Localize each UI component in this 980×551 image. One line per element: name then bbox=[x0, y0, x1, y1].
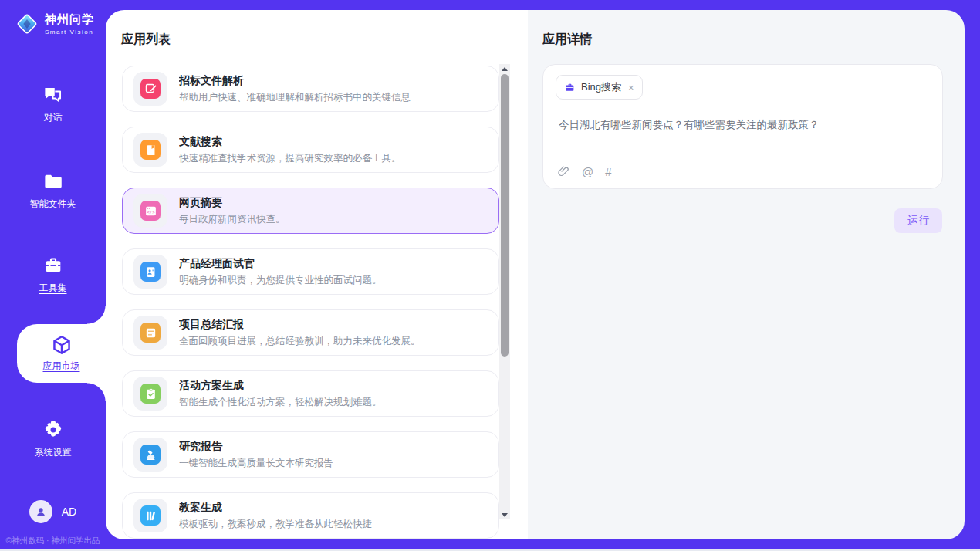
app-description: 模板驱动，教案秒成，教学准备从此轻松快捷 bbox=[179, 518, 372, 531]
avatar bbox=[29, 500, 52, 523]
app-card[interactable]: 活动方案生成 智能生成个性化活动方案，轻松解决规划难题。 bbox=[122, 370, 499, 417]
app-card[interactable]: 项目总结汇报 全面回顾项目进展，总结经验教训，助力未来优化发展。 bbox=[122, 309, 499, 356]
app-icon bbox=[133, 316, 167, 350]
app-icon bbox=[133, 438, 167, 472]
app-name: 招标文件解析 bbox=[179, 73, 411, 89]
app-description: 智能生成个性化活动方案，轻松解决规划难题。 bbox=[179, 396, 382, 409]
app-icon bbox=[133, 377, 167, 411]
sidebar-item-label: 智能文件夹 bbox=[30, 198, 76, 211]
sidebar-item-smart-folder[interactable]: 智能文件夹 bbox=[0, 171, 106, 211]
sidebar-item-toolbox[interactable]: 工具集 bbox=[0, 255, 106, 295]
cube-icon bbox=[51, 334, 73, 356]
sidebar-item-label: 工具集 bbox=[39, 282, 67, 295]
app-description: 一键智能生成高质量长文本研究报告 bbox=[179, 457, 333, 470]
tool-chip-bing-search[interactable]: Bing搜索 × bbox=[556, 75, 643, 100]
app-description: 每日政府新闻资讯快查。 bbox=[179, 213, 286, 226]
app-name: 项目总结汇报 bbox=[179, 317, 421, 333]
brand-subtitle: Smart Vision bbox=[45, 29, 94, 35]
toolbox-icon bbox=[42, 255, 64, 276]
folder-icon bbox=[42, 171, 63, 192]
tool-chip-label: Bing搜索 bbox=[581, 80, 621, 94]
web-code-icon: </> bbox=[140, 201, 161, 221]
app-card[interactable]: 研究报告 一键智能生成高质量长文本研究报告 bbox=[122, 431, 499, 478]
brand-logo-icon bbox=[15, 12, 39, 35]
active-bubble-notch-bottom bbox=[87, 383, 106, 401]
briefcase-icon bbox=[564, 82, 576, 93]
chat-icon bbox=[42, 85, 63, 106]
app-description: 全面回顾项目进展，总结经验教训，助力未来优化发展。 bbox=[179, 335, 421, 348]
app-list-title: 应用列表 bbox=[121, 32, 171, 48]
chip-close-icon[interactable]: × bbox=[628, 83, 634, 93]
app-name: 教案生成 bbox=[179, 500, 372, 516]
app-name: 产品经理面试官 bbox=[179, 256, 382, 272]
book-icon bbox=[140, 140, 161, 160]
sidebar-item-label: 应用市场 bbox=[43, 360, 80, 373]
sidebar-item-app-market[interactable]: 应用市场 bbox=[17, 324, 106, 383]
composer-toolbar: @ # bbox=[557, 165, 612, 178]
scrollbar[interactable] bbox=[499, 64, 510, 519]
app-name: 网页摘要 bbox=[179, 195, 286, 211]
gear-icon bbox=[42, 419, 64, 441]
sidebar-item-chat[interactable]: 对话 bbox=[0, 85, 106, 124]
app-icon bbox=[133, 255, 167, 289]
app-card[interactable]: 招标文件解析 帮助用户快速、准确地理解和解析招标书中的关键信息 bbox=[122, 66, 499, 112]
app-description: 明确身份和职责，为您提供专业性的面试问题。 bbox=[179, 274, 382, 287]
mention-icon[interactable]: @ bbox=[582, 166, 593, 177]
app-card-selected[interactable]: </> 网页摘要 每日政府新闻资讯快查。 bbox=[122, 188, 499, 234]
app-description: 帮助用户快速、准确地理解和解析招标书中的关键信息 bbox=[179, 91, 411, 104]
sidebar-item-label: 系统设置 bbox=[35, 446, 72, 459]
brand-name: 神州问学 bbox=[45, 12, 94, 27]
app-description: 快速精准查找学术资源，提高研究效率的必备工具。 bbox=[179, 152, 401, 165]
sidebar-item-label: 对话 bbox=[44, 111, 63, 124]
app-card[interactable]: 文献搜索 快速精准查找学术资源，提高研究效率的必备工具。 bbox=[122, 127, 499, 173]
attachment-icon[interactable] bbox=[557, 165, 570, 178]
microscope-icon bbox=[140, 445, 161, 465]
app-icon bbox=[133, 133, 167, 167]
sidebar: 神州问学 Smart Vision 对话 智能文件夹 工具集 应用市场 bbox=[0, 0, 106, 551]
app-card[interactable]: 产品经理面试官 明确身份和职责，为您提供专业性的面试问题。 bbox=[122, 248, 499, 295]
clipboard-check-icon bbox=[140, 384, 161, 404]
prompt-text[interactable]: 今日湖北有哪些新闻要点？有哪些需要关注的最新政策？ bbox=[559, 117, 927, 133]
pen-square-icon bbox=[140, 79, 161, 99]
content-frame: 应用列表 招标文件解析 帮助用户快速、准确地理解和解析招标书中的关键信息 bbox=[106, 10, 965, 539]
app-list-panel: 应用列表 招标文件解析 帮助用户快速、准确地理解和解析招标书中的关键信息 bbox=[106, 10, 528, 539]
app-icon bbox=[133, 499, 167, 532]
svg-text:</>: </> bbox=[147, 209, 155, 214]
app-name: 研究报告 bbox=[179, 439, 333, 455]
prompt-input[interactable]: Bing搜索 × 今日湖北有哪些新闻要点？有哪些需要关注的最新政策？ @ # bbox=[542, 64, 943, 189]
note-icon bbox=[140, 323, 161, 343]
run-button[interactable]: 运行 bbox=[894, 208, 942, 233]
app-detail-title: 应用详情 bbox=[542, 32, 592, 48]
user-initials: AD bbox=[62, 505, 76, 518]
user-account[interactable]: AD bbox=[0, 500, 106, 523]
app-name: 活动方案生成 bbox=[179, 378, 382, 394]
copyright-footer: ©神州数码 · 神州问学出品 bbox=[0, 536, 106, 546]
active-bubble-notch-top bbox=[87, 306, 106, 324]
app-card-list: 招标文件解析 帮助用户快速、准确地理解和解析招标书中的关键信息 文献搜索 快速精… bbox=[122, 66, 499, 539]
app-card[interactable]: 教案生成 模板驱动，教案秒成，教学准备从此轻松快捷 bbox=[122, 492, 499, 539]
scrollbar-down-arrow[interactable] bbox=[499, 510, 510, 519]
app-detail-panel: 应用详情 Bing搜索 × 今日湖北有哪些新闻要点？有哪些需要关注的最新政策？ … bbox=[528, 10, 965, 539]
app-icon: </> bbox=[133, 194, 167, 228]
scrollbar-up-arrow[interactable] bbox=[499, 64, 510, 73]
scrollbar-thumb[interactable] bbox=[501, 74, 509, 357]
interviewer-icon bbox=[140, 262, 161, 282]
brand-logo: 神州问学 Smart Vision bbox=[15, 12, 94, 35]
sidebar-item-settings[interactable]: 系统设置 bbox=[0, 419, 106, 459]
app-icon bbox=[133, 72, 167, 106]
app-name: 文献搜索 bbox=[179, 134, 401, 150]
user-icon bbox=[35, 505, 47, 518]
books-icon bbox=[140, 505, 161, 526]
hash-icon[interactable]: # bbox=[605, 166, 611, 177]
